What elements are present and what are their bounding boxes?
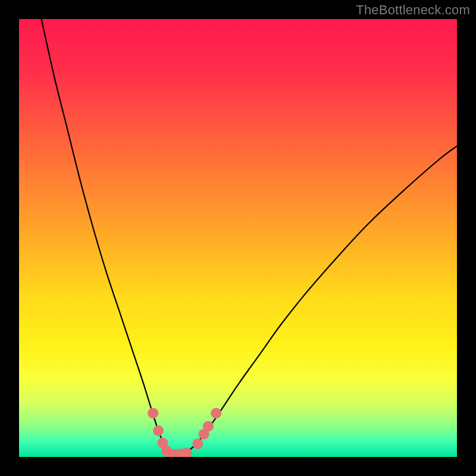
watermark-text: TheBottleneck.com (356, 2, 470, 18)
gradient-background (19, 19, 457, 457)
data-marker (153, 425, 164, 436)
bottleneck-chart (0, 0, 476, 476)
data-marker (211, 408, 221, 418)
chart-frame: TheBottleneck.com (0, 0, 476, 476)
data-marker (192, 439, 203, 449)
data-marker (203, 421, 214, 431)
data-marker (148, 408, 158, 418)
data-marker (181, 447, 192, 458)
